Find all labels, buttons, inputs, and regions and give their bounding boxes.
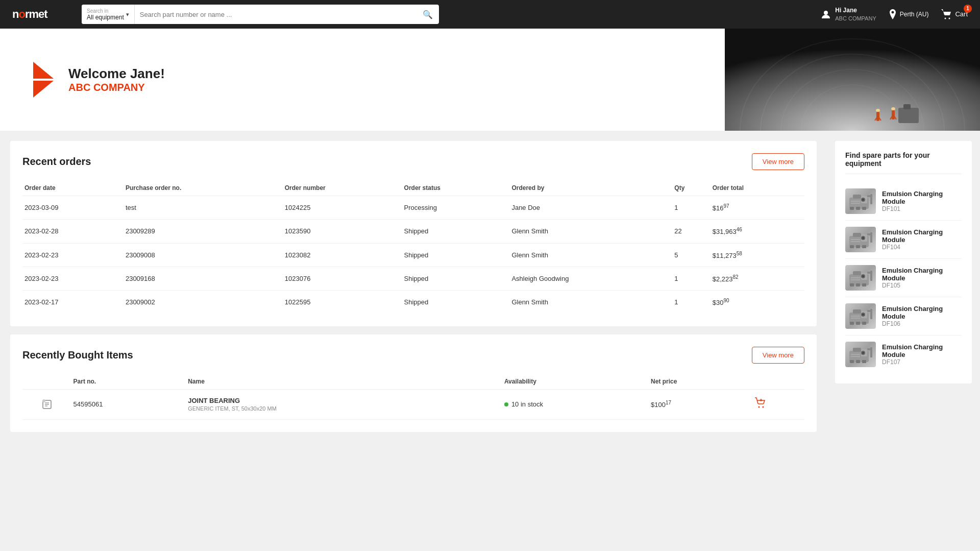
svg-point-36 [862,199,864,201]
equipment-image [845,227,876,252]
equipment-info: Emulsion Charging Module DF107 [882,343,962,366]
hero-section: Welcome Jane! ABC COMPANY [0,29,980,131]
equipment-machine-svg [847,343,875,366]
user-greeting: Hi Jane [835,7,876,15]
header: normet Search in All equipment ▾ 🔍 Hi Ja… [0,0,980,29]
equipment-img-inner [845,188,876,214]
search-input[interactable] [135,11,416,18]
svg-rect-64 [870,271,872,281]
equipment-item[interactable]: Emulsion Charging Module DF107 [845,336,962,373]
col-item-icon [22,374,71,390]
svg-rect-45 [862,245,866,248]
col-net-price: Net price [649,374,752,390]
svg-point-10 [876,109,880,112]
order-total: $1697 [710,196,804,220]
search-input-wrap [135,5,416,24]
svg-rect-43 [850,245,854,248]
svg-point-2 [949,17,950,19]
svg-rect-56 [856,283,860,286]
col-order-total: Order total [710,180,804,196]
svg-rect-19 [903,104,911,109]
svg-rect-40 [870,194,872,204]
equipment-item[interactable]: Emulsion Charging Module DF105 [845,259,962,297]
svg-rect-80 [856,360,860,363]
table-row[interactable]: 2023-02-17 23009002 1022595 Shipped Glen… [22,291,804,314]
normet-arrow-logo [31,59,56,100]
equipment-item[interactable]: Emulsion Charging Module DF101 [845,182,962,221]
table-row[interactable]: 2023-02-23 23009008 1023082 Shipped Glen… [22,243,804,267]
equipment-info: Emulsion Charging Module DF105 [882,267,962,289]
search-filter-value: All equipment [87,14,124,21]
user-info[interactable]: Hi Jane ABC COMPANY [821,7,876,22]
net-price: $10017 [649,389,752,419]
po-number: 23009289 [124,220,283,243]
order-number: 1023590 [283,220,402,243]
equipment-list: Emulsion Charging Module DF101 [845,182,962,373]
svg-point-14 [891,107,895,110]
equipment-machine-svg [847,267,875,290]
search-button[interactable]: 🔍 [416,5,439,24]
svg-point-0 [824,11,828,15]
tunnel-scene [725,29,980,131]
cart-icon [941,9,952,20]
welcome-company: ABC COMPANY [68,82,165,93]
table-row[interactable]: 2023-03-09 test 1024225 Processing Jane … [22,196,804,220]
equipment-item[interactable]: Emulsion Charging Module DF104 [845,221,962,259]
equipment-name: Emulsion Charging Module [882,267,962,282]
list-item[interactable]: 54595061 JOINT BEARING GENERIC ITEM, ST,… [22,389,804,419]
availability-dot [504,402,508,406]
orders-table-head: Order date Purchase order no. Order numb… [22,180,804,196]
equipment-img-inner [845,227,876,252]
cart-badge: 1 [964,5,972,13]
order-number: 1022595 [283,291,402,314]
svg-rect-81 [862,360,866,363]
location-info[interactable]: Perth (AU) [889,9,929,19]
header-actions: Hi Jane ABC COMPANY Perth (AU) 1 Cart [821,7,968,22]
order-number: 1024225 [283,196,402,220]
table-row[interactable]: 2023-02-28 23009289 1023590 Shipped Glen… [22,220,804,243]
items-table-head: Part no. Name Availability Net price [22,374,804,390]
orders-table-body: 2023-03-09 test 1024225 Processing Jane … [22,196,804,314]
logo[interactable]: normet [12,8,74,21]
equipment-machine-svg [847,190,875,213]
col-add-cart [752,374,804,390]
welcome-text: Welcome Jane! ABC COMPANY [68,66,165,93]
equipment-image [845,265,876,291]
cart-button[interactable]: 1 Cart [941,9,968,20]
table-row[interactable]: 2023-02-23 23009168 1023076 Shipped Ashl… [22,267,804,290]
ordered-by: Glenn Smith [509,243,672,267]
svg-point-72 [862,314,864,316]
equipment-name: Emulsion Charging Module [882,343,962,358]
add-to-cart-button[interactable] [754,400,766,411]
logo-text: normet [12,8,47,21]
user-icon [821,9,831,19]
svg-rect-68 [856,322,860,325]
order-total: $2,22382 [710,267,804,290]
main-content: Recent orders View more Order date Purch… [0,131,980,450]
location-text: Perth (AU) [900,11,929,18]
svg-rect-88 [870,347,872,357]
part-number: 54595061 [71,389,186,419]
welcome-section: Welcome Jane! ABC COMPANY [0,39,725,121]
hero-image [725,29,980,131]
svg-marker-4 [33,81,54,98]
svg-rect-79 [850,360,854,363]
recent-orders-view-more[interactable]: View more [752,153,804,170]
recently-bought-view-more[interactable]: View more [752,347,804,364]
svg-rect-67 [850,322,854,325]
qty: 22 [672,220,710,243]
equipment-image [845,188,876,214]
qty: 1 [672,267,710,290]
col-po-number: Purchase order no. [124,180,283,196]
items-table-body: 54595061 JOINT BEARING GENERIC ITEM, ST,… [22,389,804,419]
equipment-img-inner [845,303,876,329]
search-filter-dropdown[interactable]: Search in All equipment ▾ [82,5,135,24]
equipment-item[interactable]: Emulsion Charging Module DF106 [845,297,962,336]
order-status: Shipped [402,220,510,243]
svg-rect-5 [725,29,980,131]
svg-rect-32 [856,207,860,210]
equipment-image [845,342,876,367]
order-total: $11,27358 [710,243,804,267]
svg-rect-54 [853,271,861,275]
ordered-by: Ashleigh Goodwing [509,267,672,290]
